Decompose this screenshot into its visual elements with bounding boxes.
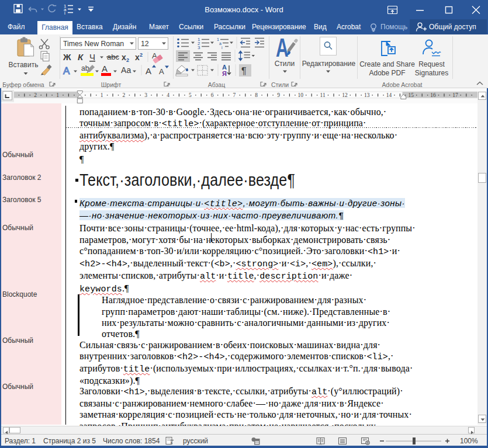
svg-text:2: 2	[34, 92, 37, 98]
svg-text:A: A	[276, 34, 289, 62]
svg-text:i: i	[221, 46, 223, 50]
svg-text:a: a	[219, 41, 221, 46]
svg-text:14: 14	[386, 92, 392, 98]
svg-text:2: 2	[126, 57, 129, 63]
svg-text:12: 12	[342, 92, 348, 98]
svg-text:3: 3	[198, 45, 200, 50]
svg-text:Я: Я	[222, 70, 227, 77]
svg-text:К: К	[78, 52, 84, 62]
svg-text:4: 4	[167, 92, 169, 98]
svg-text:9: 9	[277, 92, 280, 98]
svg-text:11: 11	[320, 92, 326, 98]
svg-text:А: А	[102, 64, 108, 74]
svg-text:¶: ¶	[241, 66, 247, 76]
svg-text:12: 12	[141, 40, 149, 48]
svg-text:10: 10	[298, 92, 304, 98]
svg-text:17: 17	[452, 92, 458, 98]
svg-text:3: 3	[144, 92, 147, 98]
svg-text:2: 2	[123, 92, 126, 98]
svg-text:А: А	[159, 67, 164, 76]
svg-text:15: 15	[409, 92, 414, 98]
svg-text:Аа: Аа	[121, 65, 131, 75]
svg-text:5: 5	[189, 92, 192, 98]
svg-text:2: 2	[140, 52, 143, 58]
svg-text:Ж: Ж	[63, 52, 71, 62]
svg-text:16: 16	[430, 92, 436, 98]
svg-text:x: x	[122, 53, 126, 62]
svg-text:Times New Roman: Times New Roman	[63, 40, 124, 48]
svg-text:1: 1	[101, 92, 103, 98]
svg-text:6: 6	[211, 92, 214, 98]
svg-text:1: 1	[217, 37, 219, 41]
svg-text:Ч: Ч	[89, 52, 95, 62]
svg-text:8: 8	[255, 92, 258, 98]
svg-text:x: x	[135, 53, 140, 62]
svg-text:13: 13	[364, 92, 370, 98]
svg-text:А: А	[63, 65, 70, 77]
svg-text:1: 1	[56, 92, 59, 98]
svg-text:А: А	[146, 66, 151, 76]
svg-text:7: 7	[233, 92, 236, 98]
